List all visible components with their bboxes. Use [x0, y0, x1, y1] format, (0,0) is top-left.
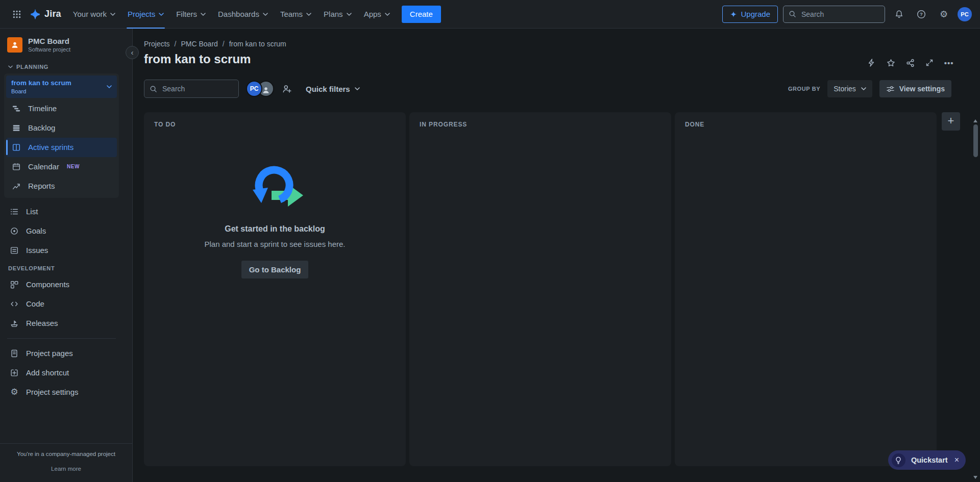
- group-by-select[interactable]: Stories: [827, 80, 872, 97]
- quick-filters-label: Quick filters: [306, 85, 350, 93]
- chevron-left-icon: ‹: [131, 48, 134, 56]
- backlog-icon: [11, 123, 21, 133]
- learn-more-link[interactable]: Learn more: [48, 465, 84, 472]
- sidebar-item-issues[interactable]: Issues: [4, 241, 119, 260]
- project-avatar: [7, 37, 22, 53]
- nav-item-teams[interactable]: Teams: [275, 0, 317, 29]
- timeline-icon: [11, 104, 21, 113]
- backlog-empty-state: Get started in the backlog Plan and star…: [150, 161, 400, 278]
- chevron-down-icon: [306, 13, 311, 16]
- upgrade-label: Upgrade: [741, 10, 770, 18]
- sidebar-item-calendar[interactable]: Calendar NEW: [6, 157, 117, 176]
- sidebar-item-label: Issues: [26, 246, 48, 255]
- releases-icon: [9, 319, 19, 328]
- sidebar-item-add-shortcut[interactable]: Add shortcut: [4, 363, 119, 383]
- chevron-down-icon: [861, 87, 866, 90]
- add-people-button[interactable]: [278, 80, 296, 97]
- sidebar-item-project-pages[interactable]: Project pages: [4, 344, 119, 363]
- sidebar-item-project-settings[interactable]: ⚙ Project settings: [4, 383, 119, 402]
- create-button[interactable]: Create: [402, 6, 441, 23]
- avatar-initials: PC: [961, 11, 968, 17]
- global-search-input[interactable]: [800, 10, 879, 19]
- quickstart-close-button[interactable]: ×: [953, 456, 959, 465]
- chevron-down-icon: [159, 13, 164, 16]
- project-header-text: PMC Board Software project: [28, 37, 70, 53]
- member-avatar-pc[interactable]: PC: [246, 81, 262, 97]
- quick-filters-button[interactable]: Quick filters: [303, 84, 363, 94]
- add-person-icon: [282, 84, 291, 93]
- nav-item-your-work[interactable]: Your work: [67, 0, 121, 29]
- app-switcher-button[interactable]: [8, 6, 26, 23]
- plus-icon: +: [948, 115, 954, 126]
- sidebar-item-releases[interactable]: Releases: [4, 314, 119, 333]
- settings-button[interactable]: ⚙: [935, 6, 952, 23]
- planning-section-header[interactable]: PLANNING: [4, 59, 119, 73]
- board-selector-subtitle: Board: [11, 88, 103, 94]
- chevron-down-icon: [8, 65, 13, 68]
- view-settings-button[interactable]: View settings: [879, 80, 951, 97]
- add-column-button[interactable]: +: [942, 112, 960, 131]
- chevron-down-icon: [347, 13, 352, 16]
- breadcrumb-projects[interactable]: Projects: [144, 40, 170, 48]
- go-to-backlog-button[interactable]: Go to Backlog: [241, 261, 309, 278]
- sidebar-item-reports[interactable]: Reports: [6, 176, 117, 196]
- page-title: from kan to scrum: [144, 52, 980, 66]
- fullscreen-button[interactable]: [922, 55, 937, 70]
- add-shortcut-icon: [9, 368, 19, 377]
- user-avatar[interactable]: PC: [958, 7, 972, 21]
- automation-button[interactable]: [864, 55, 879, 70]
- nav-item-apps[interactable]: Apps: [358, 0, 396, 29]
- jira-logo[interactable]: Jira: [27, 9, 66, 20]
- sidebar-item-active-sprints[interactable]: Active sprints: [6, 138, 117, 157]
- main-scrollbar[interactable]: [973, 119, 978, 479]
- sidebar-item-list[interactable]: List: [4, 202, 119, 221]
- sidebar-item-label: Project pages: [26, 349, 73, 358]
- nav-item-filters[interactable]: Filters: [170, 0, 211, 29]
- chevron-down-icon: [355, 87, 360, 90]
- column-title: TO DO: [150, 117, 400, 132]
- sidebar-item-goals[interactable]: Goals: [4, 221, 119, 241]
- sidebar-item-label: Add shortcut: [26, 368, 69, 377]
- board-search-input[interactable]: [161, 84, 233, 93]
- more-icon: •••: [944, 59, 954, 67]
- group-by-label: GROUP BY: [788, 86, 820, 92]
- nav-item-projects[interactable]: Projects: [122, 0, 169, 29]
- sidebar-collapse-button[interactable]: ‹: [126, 46, 139, 59]
- reports-icon: [11, 182, 21, 191]
- help-button[interactable]: ?: [913, 6, 930, 23]
- sidebar-item-components[interactable]: Components: [4, 275, 119, 294]
- nav-item-label: Teams: [280, 10, 303, 18]
- app-switcher-grid-icon: [12, 10, 21, 19]
- sidebar-item-code[interactable]: Code: [4, 294, 119, 314]
- scroll-down-arrow[interactable]: [973, 476, 977, 479]
- more-actions-button[interactable]: •••: [941, 55, 957, 70]
- project-type: Software project: [28, 46, 70, 53]
- breadcrumb-project-name[interactable]: PMC Board: [181, 40, 217, 48]
- nav-item-plans[interactable]: Plans: [318, 0, 357, 29]
- quickstart-pill[interactable]: Quickstart ×: [888, 450, 966, 470]
- issues-icon: [9, 246, 19, 255]
- top-navbar: Jira Your work Projects Filters Dashboar…: [0, 0, 980, 29]
- sidebar-item-label: List: [26, 207, 38, 216]
- sidebar-item-label: Code: [26, 299, 44, 308]
- upgrade-button[interactable]: Upgrade: [722, 6, 778, 23]
- planning-panel: from kan to scrum Board Timeline Backlo: [4, 73, 119, 198]
- scroll-up-arrow[interactable]: [973, 119, 977, 122]
- share-button[interactable]: [902, 55, 918, 70]
- sidebar-item-label: Reports: [28, 182, 55, 190]
- empty-state-body: Plan and start a sprint to see issues he…: [205, 240, 346, 248]
- nav-item-dashboards[interactable]: Dashboards: [212, 0, 274, 29]
- board-toolbar: PC Quick filters GROUP BY: [144, 80, 980, 98]
- sidebar-item-backlog[interactable]: Backlog: [6, 118, 117, 138]
- board-selector-title: from kan to scrum: [11, 79, 103, 88]
- board-selector[interactable]: from kan to scrum Board: [6, 75, 117, 98]
- sidebar-item-label: Backlog: [28, 123, 55, 132]
- notifications-button[interactable]: [890, 6, 908, 23]
- navbar-left: Jira Your work Projects Filters Dashboar…: [8, 0, 441, 28]
- scrollbar-thumb[interactable]: [973, 124, 978, 157]
- lightning-icon: [867, 59, 875, 67]
- sidebar-item-timeline[interactable]: Timeline: [6, 99, 117, 118]
- star-button[interactable]: [883, 55, 898, 70]
- sidebar-item-label: Calendar: [28, 162, 59, 171]
- breadcrumb-board-name[interactable]: from kan to scrum: [229, 40, 286, 48]
